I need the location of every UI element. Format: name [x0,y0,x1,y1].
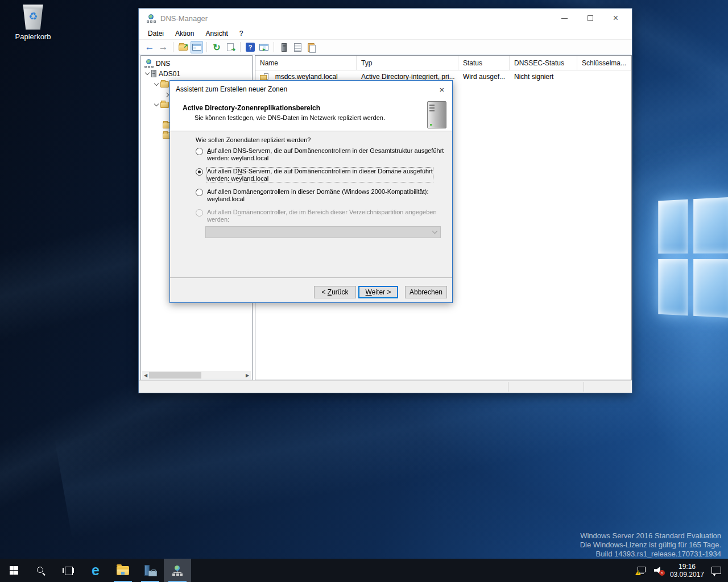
desktop: ♻ Papierkorb Windows Server 2016 Standar… [0,0,728,582]
cancel-button[interactable]: Abbrechen [405,286,447,298]
dialog-close-button[interactable]: × [432,81,452,98]
column-header-type[interactable]: Typ [357,56,458,70]
radio-button-selected[interactable] [196,168,203,176]
console-pane-button[interactable] [258,41,270,53]
radio-option-domain-dns[interactable]: Auf allen DNS-Servern, die auf Domänenco… [196,168,433,182]
scroll-left-arrow[interactable]: ◀ [142,371,150,379]
up-one-level-button[interactable]: ➚ [177,41,189,53]
title-bar[interactable]: DNS-Manager × [139,9,632,28]
radio-option-win2000[interactable]: Auf allen Domänencontrollern in dieser D… [196,188,428,202]
tree-item-child[interactable] [165,90,168,99]
task-view-icon [63,567,74,574]
radio-button[interactable] [196,189,203,196]
volume-button[interactable]: × [650,559,667,582]
chevron-down-icon[interactable] [145,70,150,75]
radio-label: Auf allen Domänencontroller, die im Bere… [207,209,437,223]
radio-button[interactable] [196,148,203,155]
paste-button[interactable] [305,41,317,53]
back-button[interactable]: ← [143,41,156,53]
search-icon [36,566,46,575]
dns-manager-taskbar-button[interactable] [164,559,191,582]
radio-option-partition: Auf allen Domänencontroller, die im Bere… [196,209,437,223]
wallpaper-window-logo [658,197,728,320]
chevron-down-icon[interactable] [154,102,159,106]
tree-item-zone-folder[interactable] [155,100,169,110]
menu-bar: Datei Aktion Ansicht ? [139,28,632,39]
close-button[interactable]: × [603,9,628,28]
clock-date: 03.09.2017 [670,571,704,579]
network-status-button[interactable]: ! [633,559,650,582]
forward-button[interactable]: → [157,41,169,53]
server-properties-button[interactable] [278,41,290,53]
action-center-icon [712,567,721,574]
search-button[interactable] [27,559,55,582]
back-button[interactable]: < Zurück [314,286,356,298]
column-header-dnssec[interactable]: DNSSEC-Status [510,56,577,70]
new-zone-wizard-dialog: Assistent zum Erstellen neuer Zonen × Ac… [169,80,453,303]
menu-action[interactable]: Aktion [169,28,200,39]
radio-label: Auf allen DNS-Servern, die auf Domänenco… [207,168,433,182]
dns-app-icon [147,14,156,23]
clock-time: 19:16 [670,563,704,571]
clock[interactable]: 19:16 03.09.2017 [667,559,708,582]
column-header-keymaster[interactable]: Schlüsselma... [577,56,631,70]
menu-help[interactable]: ? [234,28,249,39]
dialog-body: Wie sollen Zonendaten repliziert werden?… [170,132,452,277]
tree-item-dns-root[interactable]: DNS [144,59,170,68]
menu-view[interactable]: Ansicht [200,28,233,39]
action-center-button[interactable] [708,559,728,582]
chevron-right-icon[interactable] [164,92,169,97]
license-watermark: Windows Server 2016 Standard Evaluation … [580,531,721,559]
tree-item-zone-folder[interactable] [155,80,169,89]
system-tray: ! × 19:16 03.09.2017 [633,559,728,582]
task-view-button[interactable] [55,559,82,582]
toolbar: ← → ➚ ↻ ? [139,39,632,55]
mute-badge-icon: × [659,570,665,576]
watermark-line: Windows Server 2016 Standard Evaluation [580,531,721,541]
minimize-button[interactable] [552,9,577,28]
next-button[interactable]: Weiter > [358,286,398,298]
dialog-subheading: Sie können festlegen, wie DNS-Daten im N… [195,114,385,121]
radio-label: Auf allen DNS-Servern, die auf Domänenco… [207,147,444,161]
watermark-line: Build 14393.rs1_release.170731-1934 [580,550,721,559]
file-explorer-button[interactable] [109,559,136,582]
show-console-tree-button[interactable] [191,41,203,53]
column-header-status[interactable]: Status [458,56,510,70]
dialog-title: Assistent zum Erstellen neuer Zonen [176,85,287,93]
scroll-right-arrow[interactable]: ▶ [243,371,251,379]
server-manager-button[interactable] [136,559,164,582]
folder-icon [160,102,169,108]
scrollbar-thumb[interactable] [149,372,201,379]
recycle-bin-label: Papierkorb [13,32,53,41]
record-list-button[interactable] [291,41,304,53]
zone-icon [260,73,268,80]
windows-logo-icon [10,566,18,575]
refresh-button[interactable]: ↻ [210,41,223,53]
maximize-button[interactable] [577,9,603,28]
horizontal-scrollbar[interactable]: ◀ ▶ [142,371,251,379]
column-header-name[interactable]: Name [255,56,357,70]
radio-option-forest[interactable]: Auf allen DNS-Servern, die auf Domänenco… [196,147,444,161]
internet-explorer-button[interactable]: e [82,559,109,582]
radio-button-disabled [196,209,203,217]
file-explorer-icon [117,566,129,575]
server-manager-icon [143,565,157,576]
export-list-button[interactable] [224,41,237,53]
cell-name: _msdcs.weyland.local [271,73,338,81]
recycle-bin-icon: ♻ [22,5,44,30]
partition-combobox-disabled [205,226,441,238]
list-header: Name Typ Status DNSSEC-Status Schlüsselm… [255,56,631,70]
cell-dnssec: Nicht signiert [510,70,577,83]
start-button[interactable] [0,559,27,582]
dialog-title-bar[interactable]: Assistent zum Erstellen neuer Zonen × [170,81,452,98]
tree-item-server[interactable]: ADS01 [146,69,180,78]
radio-label: Auf allen Domänencontrollern in dieser D… [207,188,428,202]
folder-icon [160,81,169,88]
menu-file[interactable]: Datei [142,28,169,39]
recycle-bin[interactable]: ♻ Papierkorb [13,5,53,41]
chevron-down-icon[interactable] [154,81,159,86]
chevron-down-icon [432,228,438,234]
server-tower-icon [427,101,446,128]
tree-item-label: ADS01 [159,70,180,78]
help-button[interactable]: ? [244,41,257,53]
